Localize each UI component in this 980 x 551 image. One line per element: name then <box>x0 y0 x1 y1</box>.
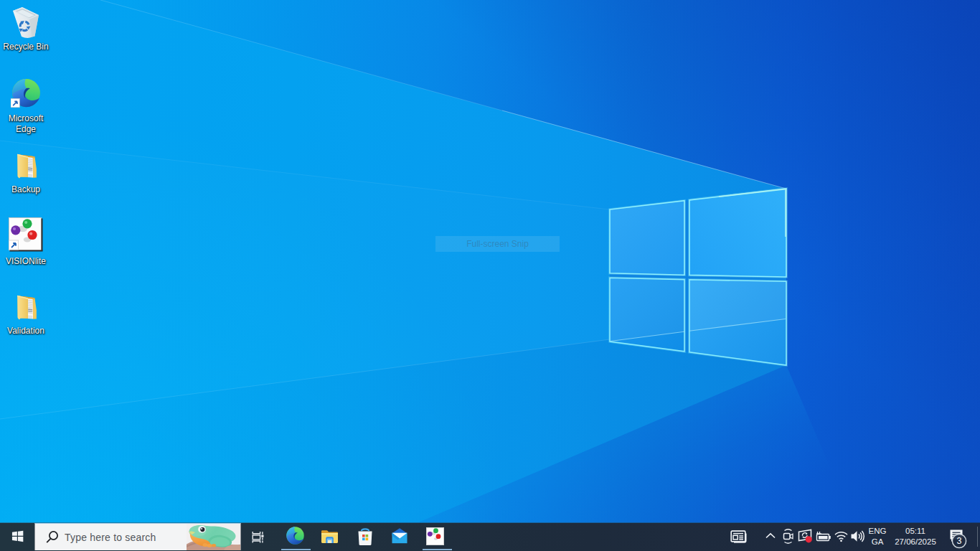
svg-text:3: 3 <box>957 536 962 546</box>
